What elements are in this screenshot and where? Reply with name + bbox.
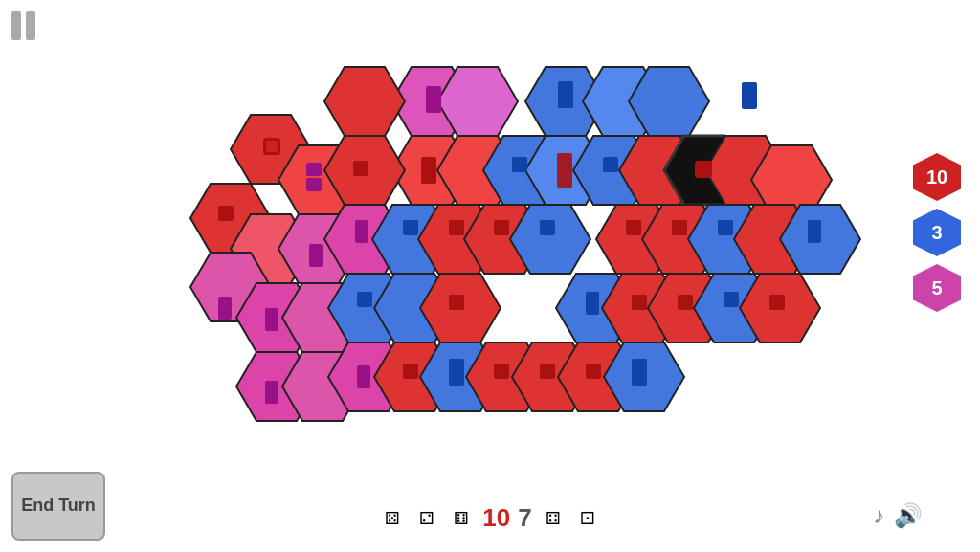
bottom-bar: ⚄ ⚁ ⚅ 10 7 ⚃ ⚀ xyxy=(379,503,600,533)
svg-rect-83 xyxy=(769,295,785,310)
svg-rect-84 xyxy=(265,381,278,404)
svg-rect-58 xyxy=(557,153,572,188)
svg-rect-55 xyxy=(353,161,368,176)
svg-rect-75 xyxy=(218,297,232,320)
pink-territory-count: 5 xyxy=(913,264,961,312)
game-board[interactable] xyxy=(115,57,861,478)
red-territory-count: 10 xyxy=(913,153,961,201)
pause-bar-left xyxy=(11,11,21,40)
svg-rect-79 xyxy=(586,292,599,315)
pause-button[interactable] xyxy=(11,11,35,40)
svg-rect-80 xyxy=(632,295,647,310)
svg-rect-69 xyxy=(494,220,509,235)
volume-icon[interactable]: 🔊 xyxy=(894,502,923,529)
svg-rect-67 xyxy=(403,220,418,235)
svg-rect-77 xyxy=(357,292,372,307)
red-die-1: ⚄ xyxy=(379,505,406,532)
svg-rect-56 xyxy=(421,157,436,184)
svg-rect-65 xyxy=(309,244,323,267)
end-turn-button[interactable]: End Turn xyxy=(11,472,105,541)
svg-rect-89 xyxy=(540,364,555,379)
svg-marker-5 xyxy=(324,67,405,136)
svg-rect-60 xyxy=(426,86,441,113)
svg-rect-87 xyxy=(449,359,464,386)
blue-die-1: ⚃ xyxy=(540,505,567,532)
svg-rect-53 xyxy=(306,163,322,176)
svg-rect-61 xyxy=(558,81,573,108)
svg-rect-59 xyxy=(603,157,618,172)
red-score: 10 xyxy=(482,503,510,533)
svg-rect-73 xyxy=(718,220,733,235)
svg-rect-64 xyxy=(218,206,234,221)
svg-rect-76 xyxy=(265,308,278,331)
svg-rect-88 xyxy=(494,364,509,379)
svg-rect-71 xyxy=(626,220,641,235)
svg-rect-57 xyxy=(512,157,527,172)
svg-rect-66 xyxy=(355,220,368,243)
score-divider: 7 xyxy=(518,503,531,533)
sound-controls[interactable]: ♪ 🔊 xyxy=(873,502,923,529)
svg-rect-52 xyxy=(266,141,278,152)
svg-rect-78 xyxy=(449,295,464,310)
end-turn-label: End Turn xyxy=(21,496,96,517)
svg-rect-62 xyxy=(695,161,712,178)
svg-rect-74 xyxy=(808,220,821,243)
svg-rect-72 xyxy=(672,220,687,235)
svg-rect-86 xyxy=(403,364,418,379)
svg-rect-85 xyxy=(357,365,370,388)
red-die-2: ⚁ xyxy=(413,505,440,532)
svg-rect-91 xyxy=(632,359,647,386)
svg-rect-90 xyxy=(586,364,601,379)
svg-rect-70 xyxy=(540,220,555,235)
svg-rect-63 xyxy=(742,82,757,109)
svg-rect-68 xyxy=(449,220,464,235)
svg-rect-81 xyxy=(678,295,693,310)
svg-rect-82 xyxy=(724,292,739,307)
right-panel: 10 3 5 xyxy=(913,153,961,312)
pause-bar-right xyxy=(26,11,35,40)
blue-territory-count: 3 xyxy=(913,209,961,256)
music-icon[interactable]: ♪ xyxy=(873,502,884,529)
red-die-3: ⚅ xyxy=(448,505,475,532)
svg-rect-54 xyxy=(306,178,322,191)
blue-die-2: ⚀ xyxy=(574,505,601,532)
